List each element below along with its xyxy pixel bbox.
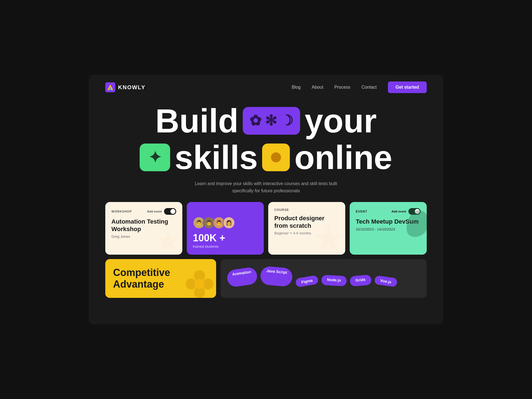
deco-star-course xyxy=(315,224,342,252)
course-level: Beginner xyxy=(274,231,289,235)
course-dot xyxy=(290,232,291,234)
hero-badge-green: ✦ xyxy=(140,144,170,171)
svg-marker-4 xyxy=(315,224,342,251)
event-add-event-label: Add event xyxy=(392,210,406,213)
nav-link-blog[interactable]: Blog xyxy=(292,85,301,90)
logo-text: KNOWLY xyxy=(118,84,145,91)
circle-yellow-icon xyxy=(269,150,283,165)
course-card[interactable]: COURSE Product designer from scratch Beg… xyxy=(268,202,345,255)
hero-line-2: ✦ skills online xyxy=(140,139,392,176)
skills-pills-section: Animation Java Script Figma Node.js Grid… xyxy=(221,259,427,298)
students-count: 100K + xyxy=(193,232,258,244)
svg-marker-3 xyxy=(157,230,180,251)
hero-badge-yellow xyxy=(262,144,290,171)
cards-row: WORKSHOP Add event Automation Testing Wo… xyxy=(89,194,443,255)
nav-link-process[interactable]: Process xyxy=(334,85,351,90)
navbar: KNOWLY Blog About Process Contact Get st… xyxy=(89,75,443,100)
screen: KNOWLY Blog About Process Contact Get st… xyxy=(89,75,443,324)
pill-grids[interactable]: Grids xyxy=(350,275,372,287)
pinwheel-icon: ✻ xyxy=(265,113,277,129)
star-green-icon: ✦ xyxy=(149,149,162,166)
deco-leaf-icon xyxy=(405,208,427,241)
workshop-card-header: WORKSHOP Add event xyxy=(111,208,176,215)
workshop-toggle[interactable] xyxy=(164,208,176,215)
bottom-row: Competitive Advantage Animation Java Scr… xyxy=(89,255,443,298)
event-card[interactable]: EVENT Add event Tech Meetup DevSum 10/10… xyxy=(350,202,427,255)
pill-javascript[interactable]: Java Script xyxy=(260,266,293,287)
logo-icon xyxy=(105,82,115,92)
logo[interactable]: KNOWLY xyxy=(105,82,145,92)
hero-subtitle: Learn and improve your skills with inter… xyxy=(105,180,427,194)
pill-nodejs[interactable]: Node.js xyxy=(321,275,347,287)
nav-link-about[interactable]: About xyxy=(312,85,323,90)
svg-rect-0 xyxy=(105,82,115,92)
hero-line-1: Build ✿ ✻ ☽ your xyxy=(155,103,377,139)
pill-figma[interactable]: Figma xyxy=(295,275,319,288)
get-started-button[interactable]: Get started xyxy=(388,81,427,93)
moon-icon: ☽ xyxy=(280,113,293,129)
hero-word-your: your xyxy=(305,103,377,139)
hero-word-build: Build xyxy=(155,103,239,139)
pill-vuejs[interactable]: Vue.js xyxy=(374,275,397,287)
flower-icon: ✿ xyxy=(249,113,262,129)
deco-star-cream xyxy=(157,230,180,252)
hero-word-skills: skills xyxy=(175,139,258,176)
course-card-header: COURSE xyxy=(274,208,339,211)
course-duration: 4-6 months xyxy=(293,231,311,235)
students-desc: trained students xyxy=(193,244,258,249)
workshop-add-event-label: Add event xyxy=(147,210,162,213)
students-avatars: 👨 👨 👨 👩 xyxy=(193,217,258,229)
hero-word-online: online xyxy=(294,139,392,176)
competitive-title: Competitive Advantage xyxy=(113,267,208,290)
avatar-4: 👩 xyxy=(223,217,235,229)
pill-animation[interactable]: Animation xyxy=(226,267,258,288)
competitive-advantage-card[interactable]: Competitive Advantage xyxy=(105,259,216,298)
hero-section: Build ✿ ✻ ☽ your ✦ skills online L xyxy=(89,100,443,194)
workshop-toggle-knob xyxy=(170,209,175,214)
workshop-tag: WORKSHOP xyxy=(111,210,132,213)
hero-badge-purple: ✿ ✻ ☽ xyxy=(243,107,300,135)
course-tag: COURSE xyxy=(274,208,289,211)
workshop-card[interactable]: WORKSHOP Add event Automation Testing Wo… xyxy=(105,202,182,255)
event-tag: EVENT xyxy=(356,210,367,213)
students-card[interactable]: 👨 👨 👨 👩 100K + trained students xyxy=(187,202,264,255)
hero-title: Build ✿ ✻ ☽ your ✦ skills online xyxy=(105,103,427,176)
nav-links: Blog About Process Contact Get started xyxy=(292,81,427,93)
nav-link-contact[interactable]: Contact xyxy=(361,85,377,90)
